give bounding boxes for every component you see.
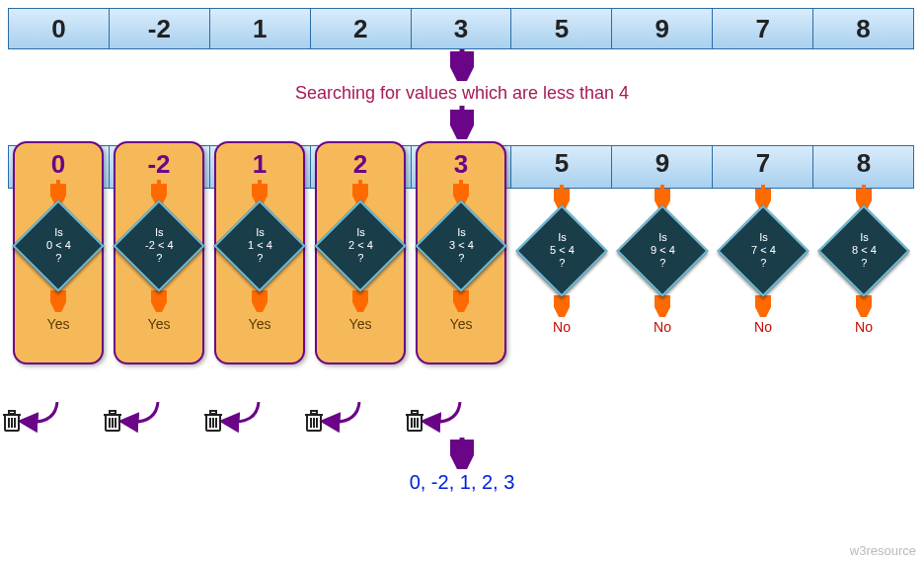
process-column: 5 Is5 < 4? No — [511, 141, 612, 364]
diagram-caption: Searching for values which are less than… — [8, 83, 916, 104]
pass-card: 0 Is0 < 4? Yes — [13, 141, 104, 364]
arrow-down-icon — [450, 438, 474, 469]
column-value: 1 — [253, 149, 267, 180]
decision-text: Is5 < 4? — [550, 231, 575, 271]
array-cell: 3 — [412, 9, 512, 48]
pass-card: 3 Is3 < 4? Yes — [416, 141, 506, 364]
process-column: 3 Is3 < 4? Yes — [411, 141, 511, 364]
arrow-down-icon — [450, 106, 474, 139]
process-column: -2 Is-2 < 4? Yes — [109, 141, 209, 364]
pass-card: 1 Is1 < 4? Yes — [214, 141, 305, 364]
answer-label: No — [855, 319, 873, 335]
pass-card: 2 Is2 < 4? Yes — [315, 141, 406, 364]
attribution: w3resource — [850, 543, 916, 558]
svg-rect-28 — [110, 411, 116, 414]
process-column: 9 Is9 < 4? No — [612, 141, 713, 364]
decision-diamond: Is7 < 4? — [717, 204, 808, 296]
column-value: 5 — [555, 141, 569, 185]
answer-label: Yes — [47, 316, 70, 332]
answer-label: Yes — [349, 316, 372, 332]
process-column: 2 Is2 < 4? Yes — [310, 141, 411, 364]
trash-unit — [401, 402, 490, 438]
answer-label: No — [553, 319, 571, 335]
array-cell: 0 — [9, 9, 110, 48]
trash-unit — [99, 402, 188, 438]
process-column: 8 Is8 < 4? No — [813, 141, 914, 364]
decision-text: Is0 < 4? — [46, 226, 71, 266]
array-cell: 2 — [311, 9, 412, 48]
input-array: 0 -2 1 2 3 5 9 7 8 — [8, 8, 914, 49]
process-column: 7 Is7 < 4? No — [713, 141, 813, 364]
result-output: 0, -2, 1, 2, 3 — [8, 471, 916, 494]
decision-diamond: Is0 < 4? — [12, 200, 104, 291]
arrow-down-icon — [450, 49, 474, 81]
column-value: 0 — [51, 149, 65, 180]
svg-rect-34 — [210, 411, 216, 414]
pass-card: -2 Is-2 < 4? Yes — [114, 141, 204, 364]
decision-diamond: Is2 < 4? — [314, 200, 406, 291]
decision-text: Is7 < 4? — [751, 231, 776, 271]
trash-unit — [0, 402, 87, 438]
decision-text: Is9 < 4? — [651, 231, 675, 271]
svg-rect-22 — [9, 411, 15, 414]
decision-text: Is1 < 4? — [248, 226, 272, 266]
column-value: 7 — [756, 141, 770, 185]
array-cell: 9 — [612, 9, 713, 48]
answer-label: No — [754, 319, 772, 335]
trash-icon — [3, 411, 21, 431]
decision-diamond: Is1 < 4? — [213, 200, 305, 291]
decision-diamond: Is3 < 4? — [415, 200, 506, 291]
decision-text: Is2 < 4? — [348, 226, 373, 266]
decision-diamond: Is9 < 4? — [616, 204, 708, 296]
decision-diamond: Is-2 < 4? — [113, 200, 204, 291]
array-cell: -2 — [110, 9, 210, 48]
processing-row: 0 Is0 < 4? Yes -2 Is-2 < 4? — [8, 145, 914, 402]
column-value: -2 — [147, 149, 170, 180]
decision-text: Is-2 < 4? — [145, 226, 173, 266]
array-cell: 7 — [713, 9, 813, 48]
trash-icon — [305, 411, 323, 431]
answer-label: No — [654, 319, 671, 335]
trash-unit — [199, 402, 288, 438]
trash-icon — [204, 411, 222, 431]
column-value: 8 — [857, 141, 871, 185]
process-column: 1 Is1 < 4? Yes — [209, 141, 310, 364]
column-value: 3 — [454, 149, 468, 180]
array-cell: 8 — [813, 9, 913, 48]
decision-text: Is3 < 4? — [449, 226, 474, 266]
answer-label: Yes — [249, 316, 271, 332]
svg-rect-46 — [412, 411, 418, 414]
trash-unit — [300, 402, 389, 438]
decision-diamond: Is8 < 4? — [817, 204, 909, 296]
array-cell: 1 — [210, 9, 311, 48]
trash-icon — [406, 411, 424, 431]
array-cell: 5 — [511, 9, 612, 48]
trash-icon — [104, 411, 121, 431]
answer-label: Yes — [450, 316, 473, 332]
decision-text: Is8 < 4? — [852, 231, 877, 271]
column-value: 2 — [353, 149, 367, 180]
trash-row — [8, 402, 914, 438]
svg-rect-40 — [311, 411, 317, 414]
answer-label: Yes — [148, 316, 171, 332]
column-value: 9 — [655, 141, 669, 185]
decision-diamond: Is5 < 4? — [515, 204, 607, 296]
process-column: 0 Is0 < 4? Yes — [8, 141, 109, 364]
